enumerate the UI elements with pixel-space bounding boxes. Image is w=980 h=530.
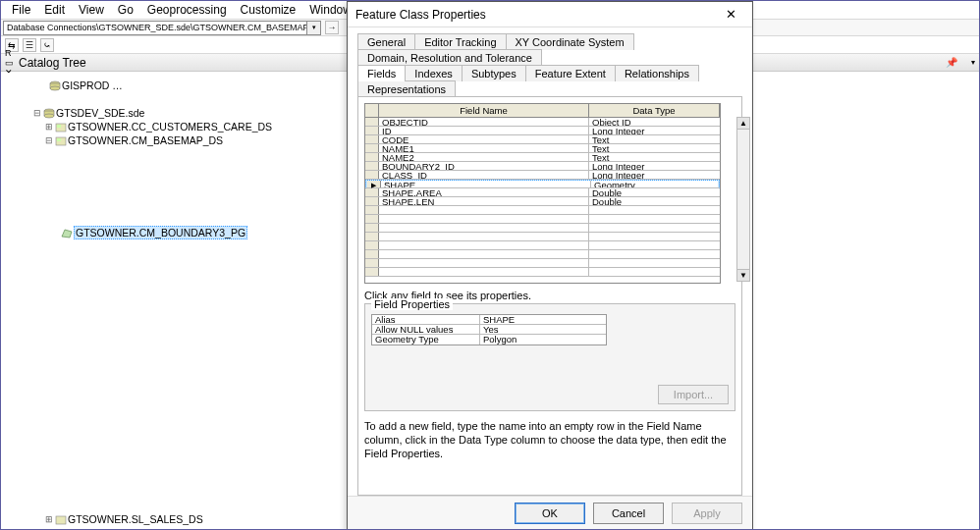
cell-field-name[interactable]	[379, 215, 589, 223]
catalog-pin-icon[interactable]: 📌	[946, 57, 957, 68]
catalog-tree[interactable]: GISPROD … ⊟ GTSDEV_SDE.sde ⊞ GTSOWNER.CC…	[1, 73, 354, 529]
field-row[interactable]: IDLong Integer	[365, 127, 720, 135]
field-row[interactable]	[365, 268, 720, 277]
tree-node-technicalmaps[interactable]: ⊞ GTSOWNER.TechnicalMaps	[1, 526, 354, 529]
cell-data-type[interactable]	[589, 206, 720, 214]
cell-data-type[interactable]: Geometry	[591, 181, 718, 187]
field-row[interactable]	[365, 259, 720, 268]
cell-field-name[interactable]: SHAPE.LEN	[379, 197, 589, 205]
cell-data-type[interactable]: Long Integer	[589, 171, 720, 179]
row-header[interactable]	[365, 153, 379, 161]
cell-field-name[interactable]	[379, 233, 589, 240]
field-row[interactable]	[365, 250, 720, 259]
tab-subtypes[interactable]: Subtypes	[462, 65, 526, 81]
tree-node-gtsdev-sde[interactable]: ⊟ GTSDEV_SDE.sde	[1, 106, 354, 120]
tree-expander[interactable]: ⊞	[44, 514, 54, 524]
menu-geoprocessing[interactable]: Geoprocessing	[140, 3, 234, 17]
field-row[interactable]: SHAPE.AREADouble	[365, 188, 720, 197]
row-header[interactable]	[365, 162, 379, 170]
catalog-menu-dropdown[interactable]: ▾	[971, 58, 975, 67]
menu-view[interactable]: View	[72, 3, 111, 17]
cell-data-type[interactable]: Object ID	[589, 118, 720, 126]
cell-data-type[interactable]	[589, 241, 720, 249]
scroll-down-icon[interactable]: ▼	[737, 269, 749, 281]
row-header[interactable]	[365, 259, 379, 267]
row-header[interactable]	[365, 224, 379, 232]
cell-field-name[interactable]: CLASS_ID	[379, 171, 589, 179]
col-field-name[interactable]: Field Name	[379, 104, 589, 117]
tab-indexes[interactable]: Indexes	[405, 65, 463, 81]
location-input[interactable]: Database Connections\GTSOWNER_SDE.sde\GT…	[3, 21, 307, 35]
property-value[interactable]: SHAPE	[480, 315, 606, 324]
toolbar-btn-2[interactable]: ☰	[23, 38, 36, 52]
field-properties-grid[interactable]: AliasSHAPEAllow NULL valuesYesGeometry T…	[371, 314, 607, 345]
menu-customize[interactable]: Customize	[234, 3, 303, 17]
cell-field-name[interactable]: NAME2	[379, 153, 589, 161]
ok-button[interactable]: OK	[515, 503, 585, 524]
field-row[interactable]: NAME2Text	[365, 153, 720, 162]
row-header[interactable]	[365, 135, 379, 143]
cell-data-type[interactable]	[589, 268, 720, 276]
row-header[interactable]	[365, 215, 379, 223]
fields-grid-body[interactable]: OBJECTIDObject IDIDLong IntegerCODETextN…	[365, 118, 720, 283]
scroll-up-icon[interactable]: ▲	[737, 118, 749, 130]
tree-node-cm-basemap[interactable]: ⊟ GTSOWNER.CM_BASEMAP_DS	[1, 133, 354, 147]
cell-field-name[interactable]: SHAPE	[381, 181, 591, 187]
field-row[interactable]: SHAPEGeometry	[365, 180, 720, 188]
cell-field-name[interactable]	[379, 224, 589, 232]
cell-field-name[interactable]: SHAPE.AREA	[379, 188, 589, 196]
cell-field-name[interactable]	[379, 241, 589, 249]
tab-xy-coord[interactable]: XY Coordinate System	[506, 33, 634, 50]
row-header[interactable]	[365, 118, 379, 126]
tree-node-cc-customers[interactable]: ⊞ GTSOWNER.CC_CUSTOMERS_CARE_DS	[1, 120, 354, 133]
tab-editor-tracking[interactable]: Editor Tracking	[414, 33, 506, 50]
row-header[interactable]	[365, 171, 379, 179]
row-header[interactable]	[365, 127, 379, 134]
field-row[interactable]	[365, 224, 720, 233]
cell-field-name[interactable]	[379, 268, 589, 276]
tab-relationships[interactable]: Relationships	[615, 65, 699, 81]
apply-button[interactable]: Apply	[672, 503, 742, 524]
cell-data-type[interactable]: Text	[589, 135, 720, 143]
close-icon[interactable]: ✕	[717, 5, 744, 25]
cell-field-name[interactable]: NAME1	[379, 144, 589, 152]
field-row[interactable]: NAME1Text	[365, 144, 720, 153]
cell-data-type[interactable]: Text	[589, 144, 720, 152]
property-row[interactable]: Geometry TypePolygon	[372, 335, 606, 344]
cell-data-type[interactable]: Double	[589, 188, 720, 196]
cell-field-name[interactable]	[379, 206, 589, 214]
tab-general[interactable]: General	[357, 33, 415, 50]
menu-file[interactable]: File	[5, 3, 37, 17]
cell-data-type[interactable]	[589, 233, 720, 240]
field-row[interactable]: BOUNDARY2_IDLong Integer	[365, 162, 720, 171]
toolbar-btn-3[interactable]: ⤿	[40, 38, 54, 52]
field-row[interactable]	[365, 241, 720, 250]
field-row[interactable]: OBJECTIDObject ID	[365, 118, 720, 127]
row-header[interactable]	[365, 197, 379, 205]
cell-data-type[interactable]	[589, 259, 720, 267]
row-header[interactable]	[367, 181, 381, 187]
tree-expander[interactable]: ⊟	[44, 135, 54, 145]
cell-field-name[interactable]: OBJECTID	[379, 118, 589, 126]
field-row[interactable]: CODEText	[365, 135, 720, 144]
tab-feature-extent[interactable]: Feature Extent	[525, 65, 616, 81]
fields-grid[interactable]: Field Name Data Type OBJECTIDObject IDID…	[364, 103, 721, 284]
menu-go[interactable]: Go	[111, 3, 140, 17]
property-value[interactable]: Polygon	[480, 335, 606, 344]
field-row[interactable]: CLASS_IDLong Integer	[365, 171, 720, 180]
cell-data-type[interactable]: Long Integer	[589, 162, 720, 170]
property-value[interactable]: Yes	[480, 325, 606, 334]
cell-data-type[interactable]: Double	[589, 197, 720, 205]
grid-scrollbar[interactable]: ▲ ▼	[736, 117, 750, 282]
cell-field-name[interactable]	[379, 259, 589, 267]
field-row[interactable]	[365, 233, 720, 241]
cell-data-type[interactable]	[589, 250, 720, 258]
tree-expander[interactable]: ⊟	[32, 108, 42, 118]
location-dropdown[interactable]: ▾	[307, 21, 321, 35]
field-row[interactable]: SHAPE.LENDouble	[365, 197, 720, 206]
tab-fields[interactable]: Fields	[357, 65, 406, 81]
menu-edit[interactable]: Edit	[37, 3, 72, 17]
row-header[interactable]	[365, 233, 379, 240]
cell-data-type[interactable]	[589, 215, 720, 223]
col-data-type[interactable]: Data Type	[589, 104, 720, 117]
